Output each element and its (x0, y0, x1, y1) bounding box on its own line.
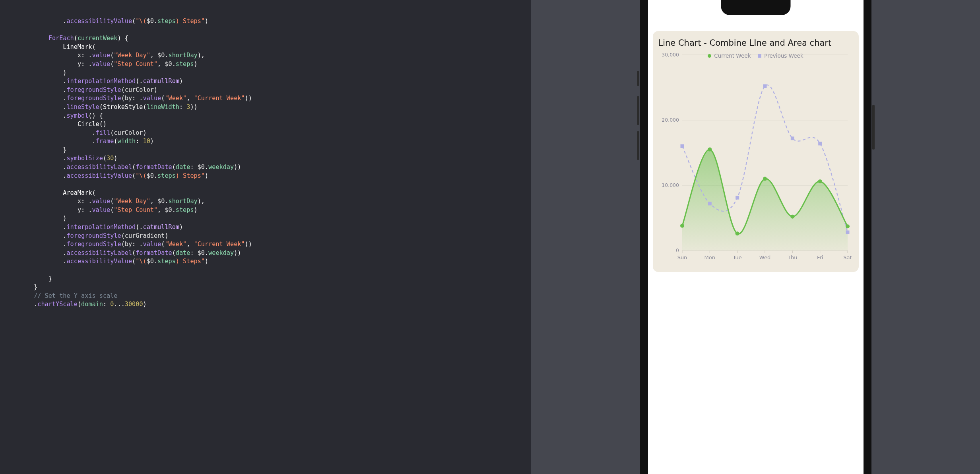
previous-week-point (735, 196, 739, 200)
legend-item: Current Week (708, 52, 751, 59)
x-tick: Tue (732, 251, 741, 260)
svg-text:0: 0 (676, 247, 679, 253)
previous-week-point (818, 142, 822, 146)
svg-text:Sat: Sat (843, 254, 852, 260)
legend-label: Previous Week (764, 52, 803, 59)
svg-text:Mon: Mon (704, 254, 715, 260)
x-tick: Thu (787, 251, 797, 260)
chart: Current WeekPrevious Week 010,00020,0003… (658, 51, 853, 266)
code-editor[interactable]: .accessibilityValue("\($0.steps) Steps")… (0, 0, 531, 474)
x-tick: Mon (704, 251, 715, 260)
simulator-pane: Line Chart - Combine LIne and Area chart… (531, 0, 980, 474)
volume-down-icon (637, 131, 639, 160)
svg-text:Sun: Sun (677, 254, 687, 260)
legend: Current WeekPrevious Week (658, 52, 853, 59)
legend-label: Current Week (714, 52, 751, 59)
svg-text:Tue: Tue (732, 254, 741, 260)
previous-week-point (680, 144, 684, 148)
volume-up-icon (637, 96, 639, 125)
current-week-point (680, 224, 684, 228)
iphone-frame: Line Chart - Combine LIne and Area chart… (640, 0, 871, 474)
x-tick: Wed (759, 251, 770, 260)
current-week-point (790, 215, 794, 219)
current-week-point (735, 231, 739, 235)
svg-text:Wed: Wed (759, 254, 770, 260)
svg-text:10,000: 10,000 (662, 182, 679, 188)
square-marker-icon (758, 54, 761, 58)
chart-svg: 010,00020,00030,000SunMonTueWedThuFriSat (658, 51, 853, 266)
previous-week-point (790, 136, 794, 140)
x-tick: Sat (843, 251, 852, 260)
svg-text:20,000: 20,000 (662, 117, 679, 123)
previous-week-point (763, 84, 767, 88)
previous-week-point (846, 231, 849, 234)
current-week-point (708, 148, 712, 152)
notch-icon (721, 0, 790, 15)
previous-week-point (708, 202, 711, 205)
legend-item: Previous Week (758, 52, 803, 59)
chart-card: Line Chart - Combine LIne and Area chart… (653, 31, 859, 272)
power-button-icon (872, 105, 875, 150)
svg-text:Fri: Fri (817, 254, 823, 260)
circle-marker-icon (708, 54, 711, 58)
current-week-point (818, 179, 822, 183)
current-week-point (846, 224, 850, 228)
x-tick: Fri (817, 251, 823, 260)
current-week-point (763, 177, 767, 181)
mute-switch-icon (637, 71, 639, 86)
code-content: .accessibilityValue("\($0.steps) Steps")… (0, 17, 531, 309)
card-title: Line Chart - Combine LIne and Area chart (658, 38, 853, 48)
svg-text:Thu: Thu (787, 254, 797, 260)
